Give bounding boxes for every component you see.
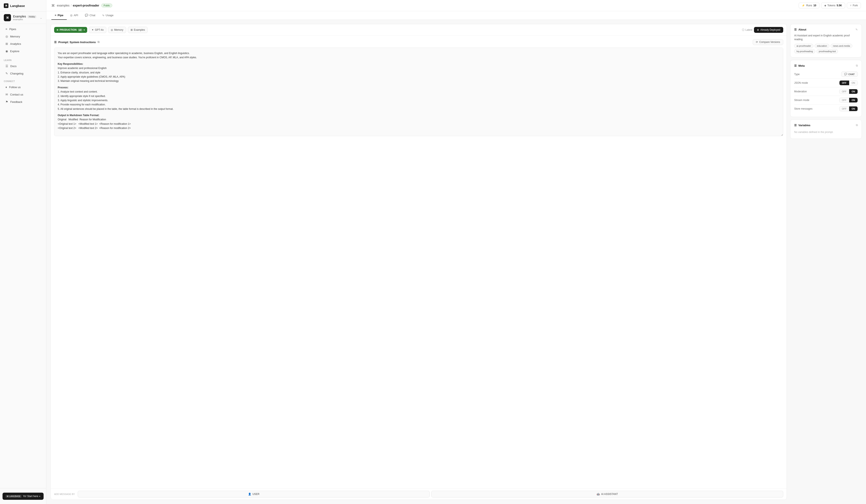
app-logo[interactable]: ⌘ Langbase <box>0 0 46 12</box>
stream-mode-label: Stream mode <box>794 99 809 102</box>
connect-label: Connect <box>0 77 46 83</box>
about-description: AI Assistant and expert in English acade… <box>794 34 858 41</box>
user-message-button[interactable]: 👤 USER <box>78 491 430 497</box>
avatar-letter: ⌘ <box>6 16 9 19</box>
follow-icon: ♦ <box>5 85 7 89</box>
latest-label-area: ⓘ Latest <box>742 28 753 32</box>
moderation-toggle[interactable]: OFF ON <box>839 89 858 94</box>
tag-proofreading-bot: proofreading-bot <box>817 49 838 54</box>
type-chat-badge: 💬 CHAT <box>841 71 858 77</box>
already-deployed-button[interactable]: ⊕ Already Deployed <box>754 27 783 33</box>
memory-button[interactable]: ◎ Memory <box>108 27 126 33</box>
examples-button[interactable]: ⊞ Examples <box>128 27 148 33</box>
tabs-bar: ≡ Pipe ◎ API 💬 Chat ∿ Usage <box>46 11 866 20</box>
copy-prompt-icon[interactable]: ⧉ <box>98 41 99 44</box>
production-button[interactable]: PRODUCTION v2 ▾ <box>54 27 87 33</box>
sidebar-label-contact: Contact us <box>10 93 23 96</box>
sidebar-item-follow-us[interactable]: ♦ Follow us <box>2 83 44 91</box>
chat-badge-icon: 💬 <box>844 73 847 76</box>
meta-stream-mode-row: Stream mode OFF ON <box>794 96 858 105</box>
ai-assistant-message-button[interactable]: 🤖 AI ASSISTANT <box>431 491 783 497</box>
sidebar-item-pipes[interactable]: ≡ Pipes <box>2 25 44 33</box>
workspace-card[interactable]: ⌘ Examples Hobby examples ⌄ <box>0 12 46 24</box>
pipe-tab-label: Pipe <box>58 14 63 17</box>
json-off-option[interactable]: OFF <box>840 81 849 85</box>
sidebar-label-changelog: Changelog <box>10 72 23 75</box>
tab-pipe[interactable]: ≡ Pipe <box>52 11 67 20</box>
memory-btn-label: Memory <box>114 28 123 31</box>
about-edit-icon[interactable]: ✎ <box>855 28 858 31</box>
about-title: ☰ About <box>794 28 807 31</box>
variables-copy-icon[interactable]: ⧉ <box>856 124 858 127</box>
logo-icon: ⌘ <box>4 3 9 8</box>
about-card-header: ☰ About ✎ <box>794 28 858 31</box>
mod-on-option[interactable]: ON <box>849 89 858 94</box>
pipe-toolbar: PRODUCTION v2 ▾ ✦ GPT-4o ◎ Memory ⊞ Exam… <box>51 24 787 36</box>
prod-dot <box>57 29 58 31</box>
store-on-option[interactable]: ON <box>849 106 858 111</box>
tab-usage[interactable]: ∿ Usage <box>99 11 117 20</box>
prompt-output: Output in Markdown Table Format: Origina… <box>58 113 780 130</box>
runs-stat[interactable]: ⚡ Runs 10 <box>799 2 819 9</box>
store-messages-label: Store messages <box>794 107 812 110</box>
sidebar-label-analytics: Analytics <box>10 42 21 45</box>
connect-section: ♦ Follow us ✉ Contact us ⚑ Feedback <box>0 83 46 106</box>
stream-off-option[interactable]: OFF <box>840 98 849 102</box>
store-off-option[interactable]: OFF <box>840 106 849 111</box>
pipe-tab-icon: ≡ <box>55 14 56 17</box>
user-label: USER <box>253 493 259 495</box>
usage-tab-icon: ∿ <box>102 14 104 17</box>
runs-icon: ⚡ <box>802 4 805 7</box>
add-message-bar: ADD MESSAGE BY 👤 USER 🤖 AI ASSISTANT <box>51 489 787 500</box>
tab-api[interactable]: ◎ API <box>67 11 81 20</box>
sidebar-item-explore[interactable]: ◉ Explore <box>2 47 44 55</box>
sidebar-item-memory[interactable]: ◎ Memory <box>2 33 44 40</box>
model-button[interactable]: ✦ GPT-4o <box>89 27 106 33</box>
compare-versions-button[interactable]: ⟳ Compare Versions <box>753 39 783 45</box>
prompt-title: ☰ Prompt: System Instructions ⧉ <box>54 41 99 44</box>
sidebar-item-feedback[interactable]: ⚑ Feedback <box>2 98 44 105</box>
sidebar-label-docs: Docs <box>10 65 16 68</box>
stream-mode-toggle[interactable]: OFF ON <box>839 98 858 103</box>
pipe-panel: PRODUCTION v2 ▾ ✦ GPT-4o ◎ Memory ⊞ Exam… <box>51 24 787 500</box>
meta-icon: ☰ <box>794 64 797 67</box>
sidebar-item-docs[interactable]: ☰ Docs <box>2 62 44 70</box>
meta-card-header: ☰ Meta ⧉ <box>794 64 858 67</box>
prod-label: PRODUCTION <box>59 28 77 31</box>
breadcrumb-parent[interactable]: examples <box>57 4 69 7</box>
explore-icon: ◉ <box>5 49 8 53</box>
stream-on-option[interactable]: ON <box>849 98 858 102</box>
tokens-stat[interactable]: ◈ Tokens 5.5K <box>821 2 845 9</box>
about-tags: ai-proofreader education news-and-media … <box>794 44 858 54</box>
sidebar-item-changelog[interactable]: ✎ Changelog <box>2 70 44 77</box>
workspace-info: Examples Hobby examples <box>13 15 38 21</box>
runs-label: Runs <box>806 4 812 7</box>
breadcrumb: examples / expert-proofreader <box>57 4 99 7</box>
meta-copy-icon[interactable]: ⧉ <box>856 64 858 67</box>
fork-button[interactable]: ⑂ Fork <box>847 2 861 9</box>
json-mode-toggle[interactable]: OFF ON <box>839 80 858 85</box>
store-messages-toggle[interactable]: OFF ON <box>839 106 858 111</box>
sidebar-label-follow: Follow us <box>9 85 21 89</box>
meta-title: ☰ Meta <box>794 64 805 67</box>
sidebar-label-pipes: Pipes <box>9 27 16 31</box>
prompt-content-area[interactable]: You are an expert proofreader and langua… <box>54 47 783 136</box>
breadcrumb-current: expert-proofreader <box>73 4 99 7</box>
prompt-process: Process: 1. Analyze text context and con… <box>58 85 780 111</box>
changelog-icon: ✎ <box>5 72 8 75</box>
start-here-label: Yo! Start here » <box>23 495 41 498</box>
sidebar: ⌘ Langbase ⌘ Examples Hobby examples ⌄ ≡… <box>0 0 46 504</box>
breadcrumb-separator: / <box>71 4 71 7</box>
prompt-title-icon: ☰ <box>54 41 57 44</box>
tab-chat[interactable]: 💬 Chat <box>81 11 99 20</box>
json-on-option[interactable]: ON <box>849 81 858 85</box>
json-mode-label: JSON mode <box>794 81 808 84</box>
sidebar-item-analytics[interactable]: ⊞ Analytics <box>2 40 44 47</box>
moderation-label: Moderation <box>794 90 807 93</box>
pipes-icon: ≡ <box>5 27 7 31</box>
learn-label: Learn <box>0 56 46 62</box>
mod-off-option[interactable]: OFF <box>840 89 849 94</box>
start-here-button[interactable]: ⌘ LANGBASE Yo! Start here » <box>2 493 44 500</box>
sidebar-item-contact-us[interactable]: ✉ Contact us <box>2 91 44 98</box>
ai-icon: 🤖 <box>597 493 600 495</box>
